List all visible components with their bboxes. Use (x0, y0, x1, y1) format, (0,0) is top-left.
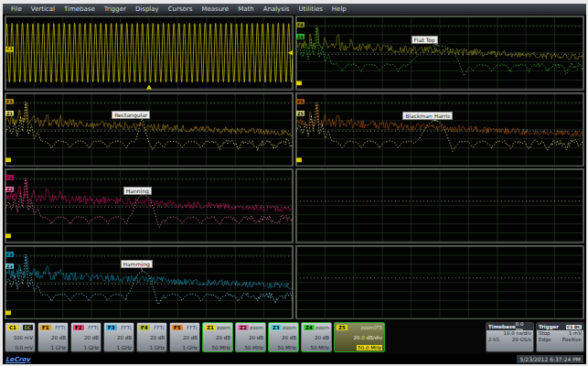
trace-tab-f3[interactable]: F3 (106, 325, 117, 330)
trace-tab-z5[interactable]: Z5 (337, 325, 347, 330)
graticule-sine-panel[interactable]: C1 (5, 16, 294, 91)
graticule-flat-top-panel[interactable]: F4Z4Flat Top (295, 16, 584, 91)
menu-item-analysis[interactable]: Analysis (259, 5, 294, 13)
trace-tab-z2[interactable]: Z2 (238, 325, 249, 330)
trace-plot: F5Z5 (296, 93, 583, 167)
menu-item-utilities[interactable]: Utilities (294, 5, 327, 13)
descriptor-scale-value: 20 dB (271, 335, 296, 340)
trigger-type: Edge (539, 337, 551, 343)
coupling-tab[interactable]: DC (23, 325, 33, 330)
menu-item-help[interactable]: Help (327, 5, 351, 13)
descriptor-scale-value: 20.0 dB/div (337, 335, 382, 340)
graticule-rectangular-panel[interactable]: F1Z1Rectangular (5, 92, 294, 167)
timestamp: 5/23/2012 6:37:24 PM (517, 355, 583, 363)
graticule-hanning-panel[interactable]: F2Z2Hanning (5, 168, 294, 243)
menu-item-display[interactable]: Display (131, 5, 164, 13)
descriptor-box-c1[interactable]: C1DC100 mV0.0 mV (5, 322, 36, 352)
descriptor-scale-value: 20 dB (172, 335, 198, 340)
trigger-box[interactable]: Trigger C1 DC Stop 1 mV Edge Positive (536, 322, 584, 352)
descriptor-span-value: 1 GHz (40, 345, 66, 350)
descriptor-box-header: Z4zoom (304, 324, 329, 330)
descriptor-function-label: zoom (283, 325, 296, 330)
menu-item-file[interactable]: File (6, 5, 27, 13)
graticule-empty-panel[interactable] (295, 245, 584, 320)
descriptor-box-f2[interactable]: F2FFT(20 dB1 GHz (70, 322, 102, 352)
trigger-mode: Stop (539, 330, 551, 337)
graticule-blackman-harris-panel[interactable]: F5Z5Blackman Harris (295, 92, 584, 167)
lecroy-logo[interactable]: LeCroy (5, 356, 30, 363)
descriptor-box-f1[interactable]: F1FFT(20 dB1 GHz (37, 322, 69, 352)
descriptor-scale-value: 20 dB (205, 335, 230, 340)
trigger-slope: Positive (562, 337, 582, 343)
trace-plot: F4Z4 (296, 16, 583, 90)
svg-text:Z4: Z4 (297, 35, 305, 39)
descriptor-box-header: Z1zoom (205, 324, 230, 330)
window-label-flat-top: Flat Top (412, 36, 438, 44)
menu-item-math[interactable]: Math (233, 5, 259, 13)
screenshot-frame: FileVerticalTimebaseTriggerDisplayCursor… (0, 0, 588, 366)
descriptor-box-z4[interactable]: Z4zoom20 dB50 MHz (301, 322, 332, 352)
descriptor-span-value: 50 MHz (238, 345, 263, 350)
svg-text:F5: F5 (297, 99, 304, 103)
trace-tab-f5[interactable]: F5 (172, 325, 183, 330)
graticule-grid-area: C1F4Z4Flat TopF1Z1RectangularF5Z5Blackma… (3, 15, 586, 320)
svg-text:Z5: Z5 (297, 111, 305, 115)
trace-tab-f4[interactable]: F4 (139, 325, 150, 330)
oscilloscope-app: FileVerticalTimebaseTriggerDisplayCursor… (3, 4, 586, 364)
menu-bar: FileVerticalTimebaseTriggerDisplayCursor… (3, 4, 586, 15)
svg-text:F1: F1 (6, 99, 13, 103)
trace-tab-z4[interactable]: Z4 (304, 325, 315, 330)
descriptor-function-label: FFT( (88, 325, 99, 330)
trace-plot (296, 169, 583, 242)
trigger-type-row: Edge Positive (537, 337, 583, 343)
window-label-blackman-harris: Blackman Harris (402, 112, 453, 120)
descriptor-box-f3[interactable]: F3FFT(20 dB1 GHz (103, 322, 134, 352)
timebase-header: Timebase 0.0 ms (486, 323, 533, 330)
descriptor-scale-value: 20 dB (238, 335, 263, 340)
descriptor-box-header: Z2zoom (238, 324, 263, 330)
descriptor-span-value: 1 GHz (73, 345, 99, 350)
menu-item-trigger[interactable]: Trigger (100, 5, 131, 13)
graticule-hamming-panel[interactable]: F3Z3Hamming (5, 245, 294, 320)
descriptor-scale-value: 20 dB (304, 335, 329, 340)
descriptor-box-header: F1FFT( (40, 324, 66, 330)
svg-text:Z3: Z3 (6, 264, 13, 268)
descriptor-span-value: 1 GHz (106, 345, 132, 350)
descriptor-function-label: FFT( (55, 325, 66, 330)
descriptor-box-header: Z3zoom (271, 324, 296, 330)
descriptor-box-header: F4FFT( (139, 324, 165, 330)
status-strip: LeCroy 5/23/2012 6:37:24 PM (3, 354, 586, 364)
trace-plot: F3Z3 (5, 246, 293, 319)
descriptor-function-label: FFT( (187, 325, 198, 330)
descriptor-box-header: F5FFT( (172, 324, 198, 330)
trace-tab-z3[interactable]: Z3 (271, 325, 282, 330)
menu-item-timebase[interactable]: Timebase (59, 5, 100, 13)
descriptor-box-header: C1DC (7, 324, 33, 330)
timebase-scale: 10.0 ns/div (504, 330, 531, 337)
svg-text:Z1: Z1 (6, 111, 14, 115)
descriptor-box-header: Z5zoom(F5 (337, 324, 382, 330)
menu-item-cursors[interactable]: Cursors (164, 5, 198, 13)
descriptor-box-z5[interactable]: Z5zoom(F520.0 dB/div50.0 MHz (334, 322, 385, 352)
trace-tab-f1[interactable]: F1 (40, 325, 51, 330)
descriptor-box-f5[interactable]: F5FFT(20 dB1 GHz (169, 322, 200, 352)
descriptor-span-value: 50 MHz (205, 345, 230, 350)
descriptor-box-f4[interactable]: F4FFT(20 dB1 GHz (136, 322, 167, 352)
descriptor-bar-spacer (387, 322, 484, 352)
timebase-box[interactable]: Timebase 0.0 ms 10.0 ns/div 2 kS 20 GS/s (486, 322, 534, 352)
svg-text:C1: C1 (6, 48, 14, 52)
trace-plot (296, 246, 583, 319)
descriptor-box-z2[interactable]: Z2zoom20 dB50 MHz (235, 322, 266, 352)
trace-tab-z1[interactable]: Z1 (205, 325, 216, 330)
graticule-empty-panel[interactable] (295, 168, 584, 243)
descriptor-box-z1[interactable]: Z1zoom20 dB50 MHz (202, 322, 233, 352)
trace-tab-c1[interactable]: C1 (7, 325, 18, 330)
window-label-rectangular: Rectangular (112, 111, 150, 119)
trace-tab-f2[interactable]: F2 (73, 325, 84, 330)
descriptor-function-label: FFT( (154, 325, 165, 330)
descriptor-span-value: 50 MHz (304, 345, 329, 350)
menu-item-measure[interactable]: Measure (197, 5, 233, 13)
menu-item-vertical[interactable]: Vertical (27, 5, 59, 13)
descriptor-box-z3[interactable]: Z3zoom20 dB50 MHz (268, 322, 299, 352)
window-label-hanning: Hanning (123, 187, 152, 195)
